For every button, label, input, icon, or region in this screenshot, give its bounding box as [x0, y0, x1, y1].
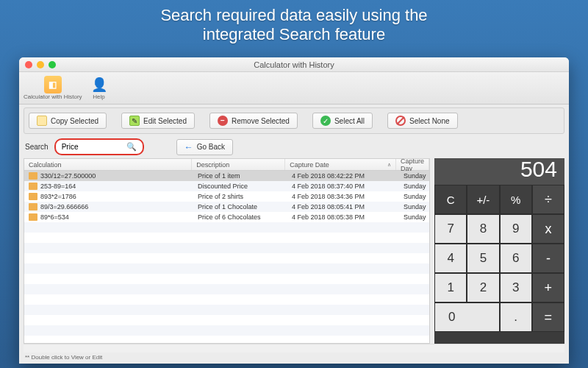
search-row: Search 🔍 ← Go Back: [19, 134, 569, 158]
calculator-display: 504: [434, 158, 564, 185]
edit-icon: ✎: [129, 116, 140, 126]
go-back-label: Go Back: [197, 143, 225, 151]
copy-selected-button[interactable]: Copy Selected: [29, 113, 107, 129]
edit-label: Edit Selected: [143, 117, 187, 125]
calculator-app-icon: ◧: [44, 76, 62, 93]
calculator-panel: Savings 504 C+/-%÷789x456-123+0.=: [434, 158, 564, 344]
search-label: Search: [25, 143, 49, 151]
remove-icon: −: [218, 116, 228, 126]
remove-selected-button[interactable]: − Remove Selected: [209, 113, 298, 129]
col-date-label: Capture Date: [290, 161, 329, 169]
none-icon: [395, 116, 406, 126]
table-row[interactable]: 253-89=164Discounted Price4 Feb 2018 08:…: [24, 181, 429, 191]
calc-key-=[interactable]: =: [532, 302, 564, 332]
remove-label: Remove Selected: [232, 117, 290, 125]
footer-hint: ** Double click to View or Edit: [19, 353, 569, 364]
app-window: Calculator with History ◧ Calculator wit…: [19, 57, 569, 364]
calc-key-2[interactable]: 2: [467, 273, 499, 302]
table-row[interactable]: 89/3=29.666666Price of 1 Chocolate4 Feb …: [24, 202, 429, 212]
app-icon-label: Calculator with History: [24, 93, 82, 100]
promo-line-1: Search required data easily using the: [0, 6, 588, 25]
calc-key-6[interactable]: 6: [500, 244, 532, 273]
row-icon: [29, 203, 37, 210]
select-all-button[interactable]: ✓ Select All: [312, 113, 373, 129]
calc-key-7[interactable]: 7: [434, 214, 467, 244]
calc-key-4[interactable]: 4: [434, 244, 467, 273]
table-header: Calculation Description Capture Date∧ Ca…: [24, 159, 429, 171]
calc-key-0[interactable]: 0: [434, 302, 500, 332]
calc-key-C[interactable]: C: [434, 185, 467, 214]
copy-label: Copy Selected: [51, 117, 98, 125]
table-row[interactable]: 893*2=1786Price of 2 shirts4 Feb 2018 08…: [24, 191, 429, 202]
copy-icon: [37, 116, 47, 126]
col-calculation[interactable]: Calculation: [24, 159, 192, 170]
col-capture-date[interactable]: Capture Date∧: [285, 159, 396, 170]
row-icon: [29, 172, 37, 180]
col-description[interactable]: Description: [192, 159, 285, 170]
calc-key-.[interactable]: .: [500, 302, 532, 332]
search-box: 🔍: [54, 138, 144, 155]
select-none-label: Select None: [409, 117, 449, 125]
calc-key-5[interactable]: 5: [467, 244, 499, 273]
calc-key-+[interactable]: +: [532, 273, 564, 302]
col-capture-day[interactable]: Capture Day: [396, 159, 429, 170]
calc-key-÷[interactable]: ÷: [532, 185, 564, 214]
calc-key-3[interactable]: 3: [500, 273, 532, 302]
help-icon: 👤: [91, 76, 107, 93]
calc-key--[interactable]: -: [532, 244, 564, 273]
app-icon-main[interactable]: ◧ Calculator with History: [24, 76, 82, 100]
calc-key-1[interactable]: 1: [434, 273, 467, 302]
select-all-label: Select All: [334, 117, 365, 125]
action-toolbar: Copy Selected ✎ Edit Selected − Remove S…: [24, 107, 564, 134]
window-title: Calculator with History: [19, 60, 569, 69]
table-row[interactable]: 89*6=534Price of 6 Chocolates4 Feb 2018 …: [24, 212, 429, 222]
sort-asc-icon: ∧: [387, 162, 391, 168]
horizontal-scrollbar[interactable]: [24, 344, 564, 353]
go-back-button[interactable]: ← Go Back: [176, 139, 233, 155]
row-icon: [29, 183, 37, 190]
help-label: Help: [93, 93, 104, 100]
calc-key-x[interactable]: x: [532, 214, 564, 244]
search-icon[interactable]: 🔍: [126, 142, 137, 152]
check-icon: ✓: [320, 116, 331, 126]
edit-selected-button[interactable]: ✎ Edit Selected: [121, 113, 195, 129]
calculator-keypad: C+/-%÷789x456-123+0.=: [434, 185, 564, 344]
table-row[interactable]: 330/12=27.500000Price of 1 item4 Feb 201…: [24, 171, 429, 181]
calc-key-%[interactable]: %: [500, 185, 532, 214]
app-toolbar: ◧ Calculator with History 👤 Help: [19, 72, 569, 105]
calc-key-8[interactable]: 8: [467, 214, 499, 244]
select-none-button[interactable]: Select None: [387, 113, 457, 129]
titlebar: Calculator with History: [19, 57, 569, 72]
promo-line-2: integrated Search feature: [0, 25, 588, 44]
table-body: 330/12=27.500000Price of 1 item4 Feb 201…: [24, 171, 429, 343]
help-button[interactable]: 👤 Help: [91, 76, 107, 100]
history-table: Calculation Description Capture Date∧ Ca…: [24, 158, 430, 344]
row-icon: [29, 193, 37, 200]
back-arrow-icon: ←: [184, 142, 193, 152]
calc-key-9[interactable]: 9: [500, 214, 532, 244]
row-icon: [29, 213, 37, 221]
calc-key-+/-[interactable]: +/-: [467, 185, 499, 214]
search-input[interactable]: [59, 141, 126, 152]
